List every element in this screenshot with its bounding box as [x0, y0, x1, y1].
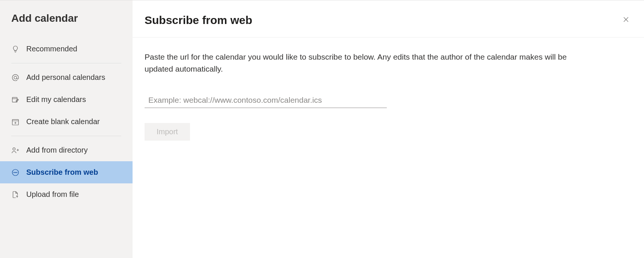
main-panel: Subscribe from web Paste the url for the… — [133, 0, 644, 258]
calendar-plus-icon — [11, 118, 20, 126]
main-header: Subscribe from web — [133, 0, 644, 38]
sidebar: Add calendar Recommended Add personal ca… — [0, 0, 133, 258]
sidebar-item-edit-my[interactable]: Edit my calendars — [0, 88, 133, 111]
people-icon — [11, 146, 20, 154]
sidebar-item-subscribe-web[interactable]: Subscribe from web — [0, 161, 133, 183]
close-icon — [622, 16, 630, 25]
lightbulb-icon — [11, 45, 20, 53]
page-title: Subscribe from web — [145, 14, 252, 27]
sidebar-item-label: Add from directory — [26, 146, 87, 154]
svg-point-5 — [14, 172, 14, 172]
sidebar-title: Add calendar — [0, 12, 133, 35]
sidebar-item-label: Subscribe from web — [26, 168, 98, 177]
file-upload-icon — [11, 190, 20, 199]
sidebar-item-label: Recommended — [26, 45, 77, 53]
sidebar-item-label: Add personal calendars — [26, 73, 105, 82]
sidebar-group-1: Recommended — [11, 35, 121, 63]
sidebar-item-upload-file[interactable]: Upload from file — [0, 183, 133, 206]
sidebar-item-add-directory[interactable]: Add from directory — [0, 139, 133, 161]
sidebar-item-recommended[interactable]: Recommended — [0, 38, 133, 60]
edit-calendar-icon — [11, 96, 20, 104]
close-button[interactable] — [620, 14, 632, 26]
sidebar-item-label: Create blank calendar — [26, 117, 100, 126]
sidebar-item-create-blank[interactable]: Create blank calendar — [0, 111, 133, 133]
main-body: Paste the url for the calendar you would… — [133, 38, 644, 154]
svg-point-0 — [14, 76, 17, 79]
svg-point-7 — [17, 172, 17, 172]
web-dots-icon — [11, 168, 20, 177]
svg-point-6 — [15, 172, 15, 172]
sidebar-group-2: Add personal calendars Edit my calendars… — [11, 63, 121, 136]
sidebar-item-label: Upload from file — [26, 190, 79, 199]
description-text: Paste the url for the calendar you would… — [145, 51, 580, 75]
sidebar-group-3: Add from directory Subscribe from web Up… — [11, 136, 121, 208]
at-icon — [11, 74, 20, 82]
sidebar-item-add-personal[interactable]: Add personal calendars — [0, 66, 133, 88]
calendar-url-input[interactable] — [145, 93, 387, 108]
sidebar-item-label: Edit my calendars — [26, 95, 86, 104]
svg-point-3 — [13, 148, 15, 150]
import-button[interactable]: Import — [145, 123, 190, 141]
